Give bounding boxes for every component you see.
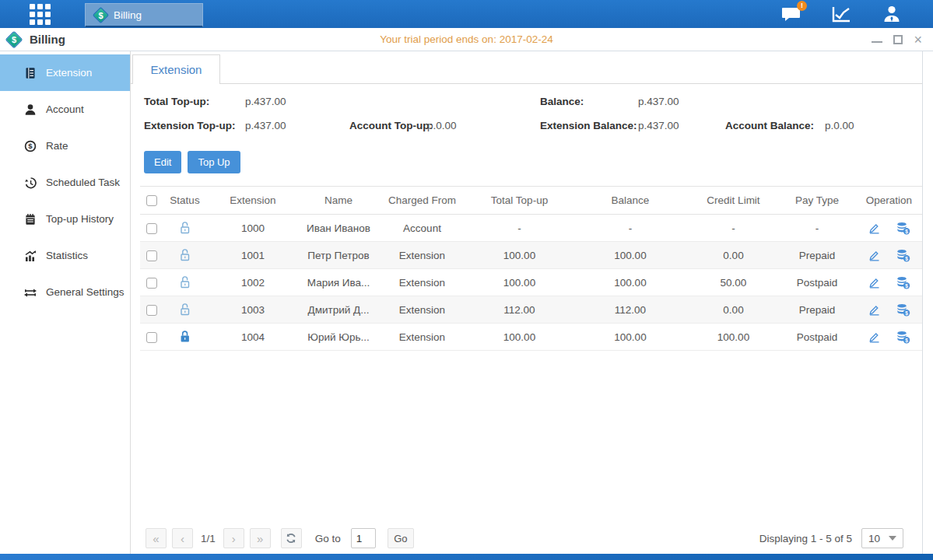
- messages-icon[interactable]: !: [781, 5, 801, 23]
- cell-credit-limit: 0.00: [689, 242, 778, 269]
- last-page-button[interactable]: »: [250, 528, 271, 548]
- row-checkbox[interactable]: [146, 305, 157, 316]
- next-page-button[interactable]: ›: [223, 528, 244, 548]
- cell-charged-from: Extension: [377, 324, 467, 351]
- unlocked-icon: [178, 275, 191, 289]
- sidebar-item-label: Top-up History: [46, 213, 114, 225]
- go-button[interactable]: Go: [388, 528, 414, 548]
- account-icon: [24, 103, 37, 116]
- reports-chart-icon[interactable]: [831, 4, 852, 24]
- app-tab-label: Billing: [114, 9, 142, 21]
- sidebar-item-label: Statistics: [46, 250, 88, 261]
- account-balance-label: Account Balance:: [725, 120, 814, 131]
- column-header-charged-from: Charged From: [377, 187, 467, 215]
- extension-topup-value: p.437.00: [245, 120, 286, 131]
- sidebar-item-statistics[interactable]: Statistics: [0, 237, 130, 274]
- sidebar-item-general-settings[interactable]: General Settings: [0, 274, 130, 310]
- edit-row-icon[interactable]: [868, 276, 881, 289]
- refresh-icon: [286, 533, 296, 544]
- sidebar-item-label: Scheduled Task: [46, 177, 120, 188]
- extension-balance-label: Extension Balance:: [540, 120, 637, 131]
- svg-text:$: $: [905, 310, 908, 316]
- extension-table: Status Extension Name Charged From Total…: [140, 186, 922, 351]
- account-topup-value: p.0.00: [427, 120, 457, 131]
- cell-name: Петр Петров: [300, 242, 377, 269]
- extension-table-body: 1000 Иван Иванов Account - - - -: [140, 215, 922, 351]
- sidebar-item-topup-history[interactable]: Top-up History: [0, 201, 130, 237]
- cell-total-topup: 112.00: [467, 296, 572, 324]
- cell-credit-limit: 50.00: [689, 269, 778, 296]
- cell-extension: 1003: [206, 296, 300, 324]
- extension-icon: [24, 67, 37, 79]
- cell-balance: 112.00: [572, 296, 689, 324]
- cell-charged-from: Extension: [377, 242, 467, 269]
- cell-total-topup: 100.00: [467, 324, 572, 351]
- cell-balance: 100.00: [572, 269, 689, 296]
- close-button[interactable]: ×: [914, 35, 922, 44]
- svg-text:$: $: [905, 282, 908, 289]
- sidebar-item-label: General Settings: [46, 286, 125, 298]
- sidebar-item-account[interactable]: Account: [0, 91, 130, 128]
- prev-page-button[interactable]: ‹: [172, 528, 193, 548]
- edit-row-icon[interactable]: [868, 249, 881, 262]
- table-row: 1001 Петр Петров Extension 100.00 100.00…: [140, 242, 922, 269]
- main-panel: Extension Total Top-up: p.437.00 Balance…: [131, 51, 923, 554]
- minimize-button[interactable]: [872, 37, 882, 43]
- sidebar-item-scheduled-task[interactable]: Scheduled Task: [0, 164, 130, 201]
- cell-extension: 1004: [206, 324, 300, 351]
- top-up-row-icon[interactable]: $: [896, 249, 910, 262]
- column-header-balance: Balance: [572, 187, 689, 215]
- cell-credit-limit: 0.00: [689, 296, 778, 324]
- cell-extension: 1001: [206, 242, 300, 269]
- edit-row-icon[interactable]: [868, 222, 881, 235]
- unlocked-icon: [178, 221, 191, 235]
- status-lock-icon: [163, 269, 206, 296]
- billing-app-tab[interactable]: $ Billing: [85, 3, 203, 27]
- top-up-button[interactable]: Top Up: [188, 151, 240, 173]
- cell-pay-type: Prepaid: [778, 242, 856, 269]
- cell-name: Мария Ива...: [300, 269, 377, 296]
- sidebar-item-rate[interactable]: $ Rate: [0, 128, 130, 164]
- top-up-row-icon[interactable]: $: [896, 303, 910, 317]
- edit-row-icon[interactable]: [868, 303, 881, 317]
- top-up-row-icon[interactable]: $: [896, 331, 910, 344]
- cell-pay-type: -: [778, 215, 856, 242]
- goto-page-input[interactable]: [351, 528, 376, 548]
- cell-balance: 100.00: [572, 324, 689, 351]
- maximize-button[interactable]: [893, 35, 903, 44]
- account-balance-value: p.0.00: [825, 120, 854, 131]
- top-up-row-icon[interactable]: $: [896, 276, 910, 289]
- svg-text:$: $: [28, 142, 33, 150]
- table-row: 1003 Дмитрий Д... Extension 112.00 112.0…: [140, 296, 922, 324]
- first-page-button[interactable]: «: [146, 528, 167, 548]
- row-checkbox[interactable]: [146, 223, 157, 234]
- row-checkbox[interactable]: [146, 250, 157, 261]
- row-checkbox[interactable]: [146, 278, 157, 289]
- sidebar-item-extension[interactable]: Extension: [0, 54, 130, 91]
- edit-row-icon[interactable]: [868, 331, 881, 344]
- edit-button[interactable]: Edit: [144, 151, 181, 173]
- app-grid-icon[interactable]: [30, 4, 51, 25]
- total-topup-label: Total Top-up:: [144, 96, 209, 107]
- page-indicator: 1/1: [201, 533, 216, 544]
- user-account-icon[interactable]: [882, 4, 902, 24]
- refresh-button[interactable]: [281, 528, 302, 548]
- tab-extension[interactable]: Extension: [132, 54, 220, 84]
- column-header-name: Name: [300, 187, 377, 215]
- cell-name: Иван Иванов: [300, 215, 377, 242]
- extension-topup-label: Extension Top-up:: [144, 120, 236, 131]
- cell-charged-from: Extension: [377, 296, 467, 324]
- page-size-select[interactable]: 10: [861, 528, 903, 548]
- unlocked-icon: [178, 248, 191, 262]
- cell-extension: 1000: [206, 215, 300, 242]
- locked-icon: [178, 330, 191, 344]
- account-topup-label: Account Top-up:: [349, 120, 433, 131]
- top-up-row-icon[interactable]: $: [896, 222, 910, 235]
- svg-text:$: $: [905, 337, 908, 343]
- cell-charged-from: Account: [377, 215, 467, 242]
- select-all-checkbox[interactable]: [146, 195, 157, 206]
- status-lock-icon: [163, 324, 206, 351]
- billing-title-icon: $: [5, 30, 23, 48]
- sidebar: Extension Account $ Rate Scheduled Task: [0, 51, 131, 554]
- row-checkbox[interactable]: [146, 332, 157, 343]
